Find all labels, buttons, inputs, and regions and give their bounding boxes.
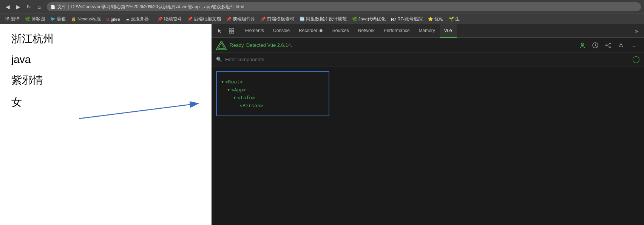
svg-point-12 <box>605 45 607 46</box>
svg-point-13 <box>609 43 611 44</box>
bookmark-label: 继续奋斗 <box>164 16 182 22</box>
filter-circle-icon[interactable] <box>633 56 639 63</box>
tab-elements[interactable]: Elements <box>241 24 269 38</box>
more-tabs-button[interactable]: » <box>632 28 641 34</box>
bookmark-bokeyuan[interactable]: 🌿 博客园 <box>23 15 47 23</box>
page-line-4: 女 <box>11 95 200 109</box>
svg-rect-5 <box>232 31 234 33</box>
back-button[interactable]: ◀ <box>3 2 12 11</box>
component-tree-icon[interactable] <box>577 40 588 51</box>
bookmark-translate[interactable]: 译 翻译 <box>3 15 22 23</box>
bookmark-label: R7-账号追踪 <box>397 16 423 22</box>
bookmark-cloud[interactable]: ☁ 云服务器 <box>123 15 151 23</box>
page-content: 浙江杭州 java 紫邪情 女 <box>0 24 212 225</box>
translate-icon: 译 <box>5 16 9 22</box>
tree-arrow-info: ▼ <box>233 96 236 100</box>
tab-sources[interactable]: Sources <box>328 24 354 38</box>
tree-tag-person: <Person> <box>239 103 263 108</box>
vue-status: Ready. Detected Vue 2.6.14. <box>230 42 574 48</box>
bookmark-label: 语雀 <box>57 16 66 22</box>
bookmark-label: gitee <box>111 17 120 22</box>
nav-buttons: ◀ ▶ ↻ ⌂ <box>3 2 44 11</box>
bookmark-label: 阿里数据库设计规范 <box>306 16 347 22</box>
inspect-icon[interactable] <box>226 25 237 37</box>
bookmark-icon-2: 📌 <box>187 17 193 22</box>
bookmark-youzhan[interactable]: ⭐ 优站 <box>426 15 446 23</box>
bookmark-java-opt[interactable]: 🌿 Java代码优化 <box>350 15 388 23</box>
bookmark-gitee[interactable]: G gitee <box>104 16 122 22</box>
vue-logo <box>216 40 227 51</box>
bookmarks-bar: 译 翻译 🌿 博客园 🐦 语雀 🔒 Nexcus私服 G gitee ☁ 云服务… <box>0 14 644 24</box>
bookmark-label: 前端组件库 <box>233 16 255 22</box>
page-line-1: 浙江杭州 <box>11 32 200 46</box>
tree-item-app[interactable]: ▼ <App> <box>227 86 324 94</box>
svg-rect-4 <box>229 31 231 33</box>
tab-recorder[interactable]: Recorder ⏺ <box>294 24 328 38</box>
vuex-icon[interactable] <box>602 40 614 51</box>
nav-bar: ◀ ▶ ↻ ⌂ 📄 文件 | D:/VsCode/vue学习/核心篇/1%20-… <box>0 0 644 14</box>
bookmark-label: 🌱 生 <box>449 16 460 22</box>
settings-icon[interactable]: ⌵ <box>628 40 639 51</box>
bookmark-separator <box>153 16 153 22</box>
tree-arrow-root: ▼ <box>221 80 224 84</box>
home-button[interactable]: ⌂ <box>35 2 44 11</box>
component-tree-container: ▼ <Root> ▼ <App> ▼ <Info> <Person> <box>212 66 644 225</box>
component-tree-box: ▼ <Root> ▼ <App> ▼ <Info> <Person> <box>216 71 329 116</box>
bookmark-label: Nexcus私服 <box>77 16 101 22</box>
tree-item-root[interactable]: ▼ <Root> <box>221 78 324 86</box>
tab-performance[interactable]: Performance <box>379 24 414 38</box>
bookmark-ali[interactable]: 🔄 阿里数据库设计规范 <box>297 15 349 23</box>
r7-label: R7 <box>391 17 396 22</box>
vue-toolbar: Ready. Detected Vue 2.6.14. <box>212 38 644 53</box>
main-area: 浙江杭州 java 紫邪情 女 <box>0 24 644 225</box>
bookmark-yuque[interactable]: 🐦 语雀 <box>48 15 68 23</box>
page-line-2: java <box>11 54 200 66</box>
router-icon[interactable] <box>615 40 627 51</box>
timeline-icon[interactable] <box>590 40 601 51</box>
browser-chrome: ◀ ▶ ↻ ⌂ 📄 文件 | D:/VsCode/vue学习/核心篇/1%20-… <box>0 0 644 24</box>
tree-item-info[interactable]: ▼ <Info> <box>233 94 324 102</box>
bookmark-label: Java代码优化 <box>358 16 386 22</box>
svg-line-15 <box>607 44 609 45</box>
bokeyuan-icon: 🌿 <box>25 17 30 22</box>
bookmark-label: 云服务器 <box>131 16 149 22</box>
file-icon: 📄 <box>51 5 55 9</box>
tree-arrow-app: ▼ <box>227 88 230 92</box>
bookmark-icon-1: 📌 <box>158 17 163 22</box>
bookmark-jixufendou[interactable]: 📌 继续奋斗 <box>155 15 184 23</box>
youzhan-icon: ⭐ <box>428 17 433 22</box>
svg-line-16 <box>607 45 609 47</box>
bookmark-r7[interactable]: R7 R7-账号追踪 <box>389 15 425 23</box>
bookmark-nexcus[interactable]: 🔒 Nexcus私服 <box>69 15 103 23</box>
refresh-button[interactable]: ↻ <box>24 2 33 11</box>
forward-button[interactable]: ▶ <box>14 2 23 11</box>
cursor-icon[interactable] <box>215 25 226 37</box>
bookmark-template[interactable]: 📌 前端模板素材 <box>258 15 297 23</box>
tab-memory[interactable]: Memory <box>414 24 440 38</box>
tree-tag-app: <App> <box>231 87 246 92</box>
tab-network[interactable]: Network <box>354 24 379 38</box>
address-url: D:/VsCode/vue学习/核心篇/1%20-%20%20认识组件/4-vm… <box>71 4 244 10</box>
address-bar[interactable]: 📄 文件 | D:/VsCode/vue学习/核心篇/1%20-%20%20认识… <box>47 2 641 11</box>
bookmark-label: 前端模板素材 <box>267 16 294 22</box>
search-icon: 🔍 <box>216 57 222 62</box>
address-text: 文件 | <box>57 4 69 10</box>
ali-icon: 🔄 <box>300 17 305 22</box>
filter-input[interactable] <box>225 57 630 62</box>
vue-toolbar-icons: ⌵ <box>577 40 639 51</box>
bookmark-label: 后端框架文档 <box>194 16 221 22</box>
tree-tag-info: <Info> <box>237 95 255 100</box>
bookmark-icon-3: 📌 <box>226 17 232 22</box>
tab-console[interactable]: Console <box>269 24 294 38</box>
bookmark-frontend[interactable]: 📌 前端组件库 <box>224 15 258 23</box>
bookmark-backend[interactable]: 📌 后端框架文档 <box>185 15 223 23</box>
gitee-icon: G <box>106 17 110 22</box>
tree-item-person[interactable]: <Person> <box>239 102 324 109</box>
java-icon: 🌿 <box>352 17 357 22</box>
svg-rect-3 <box>232 29 234 31</box>
bookmark-label: 优站 <box>434 16 443 22</box>
cloud-icon: ☁ <box>125 17 130 22</box>
nexcus-icon: 🔒 <box>71 17 76 22</box>
bookmark-sheng[interactable]: 🌱 生 <box>446 15 462 23</box>
tab-vue[interactable]: Vue <box>440 24 457 38</box>
